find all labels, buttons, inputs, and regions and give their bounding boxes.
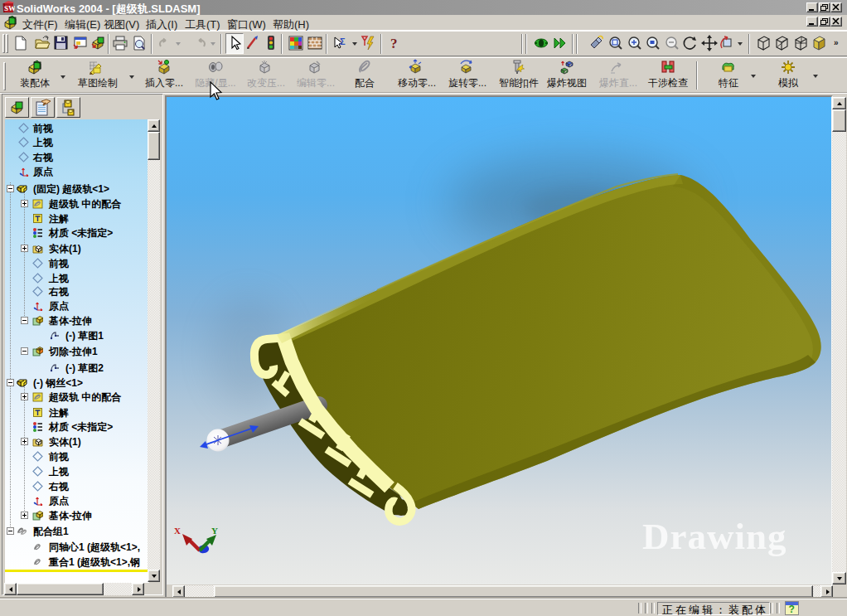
svg-text:?: ? xyxy=(390,36,398,51)
svg-text:Y: Y xyxy=(211,526,218,536)
svg-text:Σ: Σ xyxy=(340,36,346,46)
svg-text:SW: SW xyxy=(4,4,15,12)
svg-text:Drawing: Drawing xyxy=(642,516,787,557)
svg-text:?: ? xyxy=(789,604,795,615)
svg-text:X: X xyxy=(174,526,181,536)
